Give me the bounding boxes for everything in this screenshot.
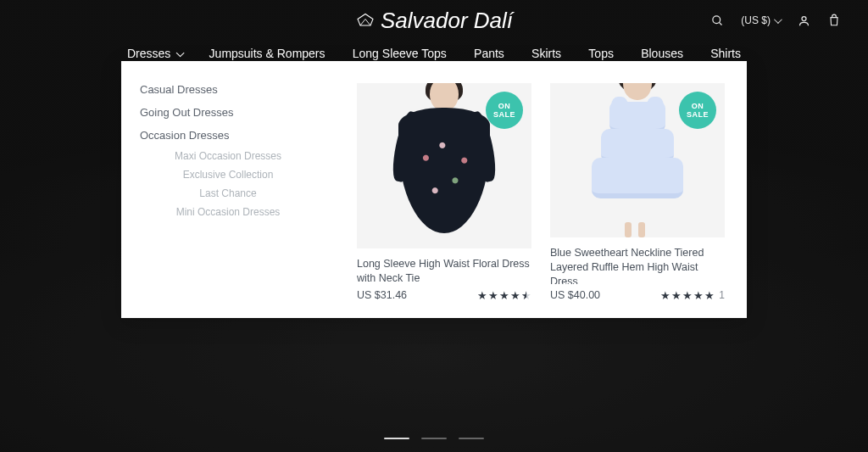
nav-tops[interactable]: Tops — [588, 47, 614, 60]
svg-line-1 — [719, 22, 721, 25]
star-icon: ★ — [499, 290, 509, 301]
mega-categories: Casual Dresses Going Out Dresses Occasio… — [140, 83, 337, 301]
bag-icon[interactable] — [827, 14, 841, 27]
carousel-dot[interactable] — [459, 438, 484, 439]
nav-label: Dresses — [127, 47, 170, 60]
chevron-down-icon — [774, 14, 780, 26]
product-rating: ★ ★ ★ ★ ★ 1 — [660, 289, 725, 301]
product-card[interactable]: ON SALE Blue Sweetheart Neckline Tiered … — [550, 83, 725, 301]
top-actions: (US $) — [710, 0, 841, 41]
currency-label: (US $) — [741, 14, 771, 26]
product-image: ON SALE — [550, 83, 725, 237]
sub-exclusive[interactable]: Exclusive Collection — [152, 169, 304, 181]
cat-goingout[interactable]: Going Out Dresses — [140, 106, 337, 119]
sub-maxi[interactable]: Maxi Occasion Dresses — [152, 150, 304, 162]
star-icon: ★ — [660, 290, 670, 301]
brand-logo[interactable]: Salvador Dalí — [355, 8, 513, 34]
topbar: Salvador Dalí (US $) — [0, 0, 868, 41]
nav-dresses[interactable]: Dresses — [127, 47, 181, 60]
svg-point-0 — [713, 15, 721, 23]
star-icon: ★ — [488, 290, 498, 301]
sale-badge: ON SALE — [679, 92, 716, 129]
product-price: US $31.46 — [357, 289, 407, 301]
star-icon: ★ — [477, 290, 487, 301]
star-icon: ★ — [510, 290, 520, 301]
brand-icon — [355, 12, 376, 29]
product-meta: US $31.46 ★ ★ ★ ★ ★ — [357, 289, 531, 301]
nav-skirts[interactable]: Skirts — [531, 47, 561, 60]
product-title: Blue Sweetheart Neckline Tiered Layered … — [550, 246, 725, 284]
currency-selector[interactable]: (US $) — [741, 14, 780, 26]
product-meta: US $40.00 ★ ★ ★ ★ ★ 1 — [550, 289, 725, 301]
mega-menu: Casual Dresses Going Out Dresses Occasio… — [121, 61, 747, 318]
star-icon: ★ — [682, 290, 693, 301]
sub-lastchance[interactable]: Last Chance — [152, 187, 304, 199]
product-rating: ★ ★ ★ ★ ★ — [477, 290, 531, 301]
svg-point-2 — [802, 16, 806, 20]
nav-longsleeve[interactable]: Long Sleeve Tops — [353, 47, 447, 60]
star-half-icon: ★ — [521, 290, 531, 301]
carousel-dot[interactable] — [421, 438, 447, 439]
cat-occasion[interactable]: Occasion Dresses — [140, 129, 337, 142]
nav-shirts[interactable]: Shirts — [710, 47, 741, 60]
nav-blouses[interactable]: Blouses — [641, 47, 683, 60]
nav-pants[interactable]: Pants — [474, 47, 504, 60]
carousel-dot[interactable] — [384, 438, 409, 439]
cat-casual[interactable]: Casual Dresses — [140, 83, 337, 96]
carousel-indicators — [384, 438, 484, 439]
product-price: US $40.00 — [550, 289, 600, 301]
star-icon: ★ — [671, 290, 682, 301]
nav-jumpsuits[interactable]: Jumpsuits & Rompers — [209, 47, 326, 60]
product-card[interactable]: ON SALE Long Sleeve High Waist Floral Dr… — [357, 83, 531, 301]
review-count: 1 — [719, 289, 725, 301]
search-icon[interactable] — [710, 14, 724, 27]
chevron-down-icon — [175, 47, 181, 60]
account-icon[interactable] — [797, 14, 810, 27]
sub-mini[interactable]: Mini Occasion Dresses — [152, 206, 304, 218]
product-image: ON SALE — [357, 83, 531, 248]
featured-products: ON SALE Long Sleeve High Waist Floral Dr… — [357, 83, 725, 301]
star-icon: ★ — [704, 290, 715, 301]
occasion-subcats: Maxi Occasion Dresses Exclusive Collecti… — [140, 150, 337, 218]
sale-badge: ON SALE — [486, 92, 523, 129]
product-title: Long Sleeve High Waist Floral Dress with… — [357, 257, 531, 284]
brand-name: Salvador Dalí — [381, 8, 513, 34]
star-icon: ★ — [693, 290, 704, 301]
